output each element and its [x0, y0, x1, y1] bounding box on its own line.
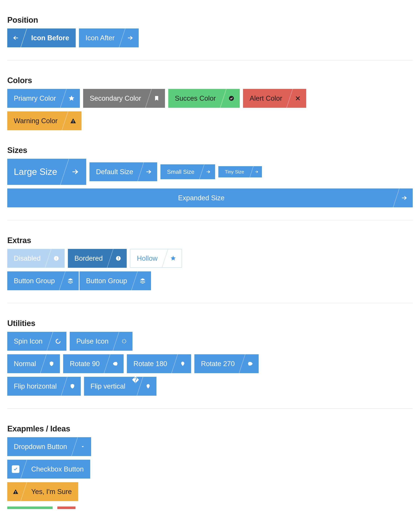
button-label: Button Group: [7, 271, 61, 290]
button-label: Rotate 180: [127, 354, 174, 373]
secondary-color-button[interactable]: Secondary Color: [83, 89, 165, 108]
warning-icon: [70, 118, 76, 124]
button-label: Tiny Size: [218, 166, 251, 177]
tiny-size-button[interactable]: Tiny Size: [218, 166, 262, 177]
button-label: Secondary Color: [83, 89, 148, 108]
confirm-button[interactable]: Yes, I'm Sure: [7, 482, 78, 501]
normal-button[interactable]: Normal: [7, 354, 60, 373]
info-icon: [53, 255, 59, 261]
arrow-right-icon: [401, 194, 408, 201]
section-title-examples: Exapmles / Ideas: [7, 424, 413, 433]
button-label: Bordered: [68, 249, 109, 268]
bordered-button[interactable]: Bordered: [68, 249, 127, 268]
stack-icon: [67, 278, 74, 284]
arrow-right-icon: [71, 167, 80, 176]
button-label: Small Size: [161, 164, 201, 179]
checkbox-button[interactable]: Checkbox Button: [7, 460, 90, 478]
spin-icon-button[interactable]: Spin Icon: [7, 332, 67, 351]
button-label: Alert Color: [243, 89, 289, 108]
section-title-utilities: Utilities: [7, 319, 413, 328]
section-position: Position Icon Before Icon After: [7, 0, 413, 47]
section-title-colors: Colors: [7, 76, 413, 85]
icon-after-button[interactable]: Icon After: [79, 28, 139, 47]
checkbox-icon: [12, 465, 19, 473]
alert-color-button[interactable]: Alert Color: [243, 89, 306, 108]
button-label: Priamry Color: [7, 89, 62, 108]
arrow-left-icon: [12, 34, 19, 41]
exclamation-icon: [115, 255, 122, 261]
pulse-icon-button[interactable]: Pulse Icon: [70, 332, 132, 351]
button-label: Rotate 270: [194, 354, 241, 373]
star-icon: [68, 95, 75, 102]
star-icon: [170, 255, 176, 261]
section-title-sizes: Sizes: [7, 146, 413, 155]
button-label: Dropdown Button: [7, 437, 74, 456]
section-title-position: Position: [7, 15, 413, 25]
button-label: Checkbox Button: [25, 460, 90, 478]
section-sizes: Sizes Large Size Default Size Small Size…: [7, 130, 413, 207]
section-examples: Exapmles / Ideas Dropdown Button Checkbo…: [7, 409, 413, 509]
section-title-extras: Extras: [7, 236, 413, 245]
button-label: Disabled: [7, 249, 47, 268]
button-label: Hollow: [130, 249, 164, 267]
arrow-right-icon: [255, 170, 259, 174]
section-extras: Extras Disabled Bordered Hollow Button G…: [7, 220, 413, 290]
button-group: Button Group Button Group: [7, 271, 151, 290]
button-label: Large Size: [7, 159, 64, 185]
check-circle-icon: [228, 95, 235, 102]
drop-icon: [180, 361, 186, 367]
button-label: Succes Color: [168, 89, 222, 108]
dots-spinner-icon: [121, 338, 127, 344]
flip-horizontal-button[interactable]: Flip horizontal: [7, 377, 81, 396]
bookmark-icon: [154, 95, 160, 101]
button-group-item[interactable]: Button Group: [80, 271, 151, 290]
primary-color-button[interactable]: Priamry Color: [7, 89, 80, 108]
button-label: Warning Color: [7, 111, 64, 130]
button-label: Icon After: [79, 28, 121, 47]
flip-vertical-button[interactable]: Flip vertical �: [84, 377, 156, 396]
arrow-right-icon: [127, 34, 134, 41]
rotate-180-button[interactable]: Rotate 180: [127, 354, 191, 373]
caret-down-icon: [80, 444, 85, 449]
button-label: Normal: [7, 354, 42, 373]
shield-icon: [112, 361, 118, 367]
small-size-button[interactable]: Small Size: [161, 164, 215, 179]
spinner-icon: [55, 338, 61, 344]
button-label: Rotate 90: [63, 354, 106, 373]
expanded-size-button[interactable]: Expanded Size: [7, 188, 413, 207]
close-icon: [295, 95, 301, 101]
button-label: Expanded Size: [7, 188, 395, 207]
warning-icon: [13, 489, 19, 495]
button-label: Default Size: [90, 162, 140, 181]
section-colors: Colors Priamry Color Secondary Color Suc…: [7, 60, 413, 130]
rotate-90-button[interactable]: Rotate 90: [63, 354, 124, 373]
default-size-button[interactable]: Default Size: [90, 162, 157, 181]
success-color-button[interactable]: Succes Color: [168, 89, 240, 108]
partial-alert-button: [57, 506, 76, 509]
arrow-right-icon: [206, 169, 211, 174]
rotate-270-button[interactable]: Rotate 270: [194, 354, 259, 373]
large-size-button[interactable]: Large Size: [7, 159, 86, 185]
hollow-button[interactable]: Hollow: [130, 249, 182, 268]
partial-success-button: [7, 506, 53, 509]
dropdown-button[interactable]: Dropdown Button: [7, 437, 91, 456]
button-label: Icon Before: [25, 28, 76, 47]
button-label: Flip vertical: [84, 377, 132, 396]
drop-icon: [145, 383, 151, 389]
disabled-button: Disabled: [7, 249, 65, 268]
arrow-right-icon: [145, 168, 152, 175]
shield-icon: [247, 361, 253, 367]
button-label: Spin Icon: [7, 332, 49, 351]
shield-icon: [48, 361, 55, 367]
warning-color-button[interactable]: Warning Color: [7, 111, 81, 130]
stack-icon: [139, 278, 146, 284]
button-group-item[interactable]: Button Group: [7, 271, 79, 290]
button-label: Yes, I'm Sure: [25, 482, 78, 501]
button-label: Button Group: [80, 271, 134, 290]
section-utilities: Utilities Spin Icon Pulse Icon Normal Ro…: [7, 303, 413, 396]
button-label: Pulse Icon: [70, 332, 115, 351]
button-label: Flip horizontal: [7, 377, 63, 396]
shield-icon: [69, 383, 76, 389]
icon-before-button[interactable]: Icon Before: [7, 28, 76, 47]
